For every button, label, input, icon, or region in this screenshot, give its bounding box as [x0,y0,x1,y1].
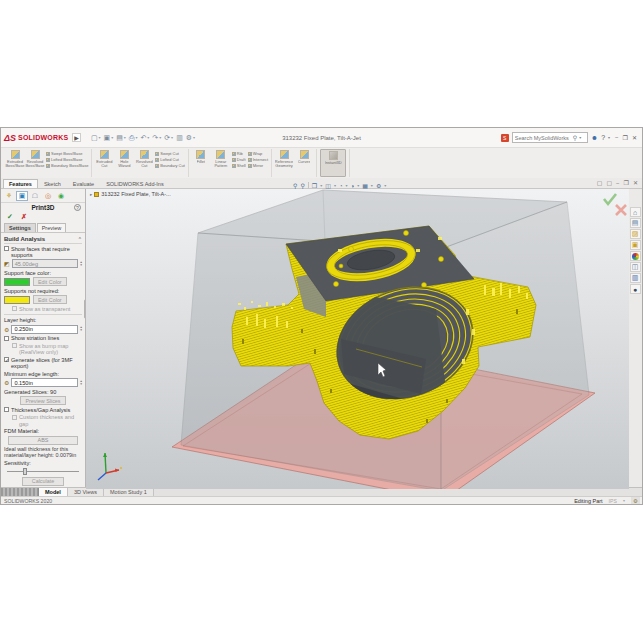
dimxpertmanager-tab[interactable]: ◎ [42,191,54,201]
doc-cascade-icon[interactable]: ▢ [597,180,603,187]
forum-icon[interactable]: ● [630,284,641,294]
resources-icon[interactable]: ▤ [630,218,641,228]
boundary-cut-button[interactable]: Boundary Cut [155,163,184,168]
tab-preview[interactable]: Preview [37,223,67,232]
search-caret-icon[interactable]: ▾ [579,135,581,140]
revolved-boss-base-button[interactable]: Revolved Boss/Base [26,149,44,177]
edit-color-button[interactable]: Edit Color [33,295,67,304]
spin-down-icon[interactable]: ▾ [80,329,82,332]
rib-button[interactable]: Rib [232,151,246,156]
view-orientation-icon[interactable]: ❒ [312,182,317,189]
viewport-feature-tree[interactable]: ▸ 313232 Fixed Plate, Tilt-A-... [90,191,171,197]
edit-color-button[interactable]: Edit Color [33,277,67,286]
tab-evaluate[interactable]: Evaluate [67,179,100,188]
display-style-icon[interactable]: ◫ [325,182,331,189]
extruded-boss-base-button[interactable]: Extruded Boss/Base [6,149,24,177]
boundary-boss-base-button[interactable]: Boundary Boss/Base [46,163,88,168]
status-units-caret-icon[interactable]: ▾ [623,498,625,503]
dropdown-caret-icon[interactable]: ▾ [124,135,126,140]
dropdown-caret-icon[interactable]: ▾ [320,183,322,188]
dropdown-caret-icon[interactable]: ▾ [357,183,359,188]
swept-cut-button[interactable]: Swept Cut [155,151,184,156]
menu-expand-arrow[interactable]: ▶ [72,133,81,142]
checkbox-box-icon[interactable] [4,336,9,341]
dropdown-caret-icon[interactable]: ▾ [371,183,373,188]
intersect-button[interactable]: Intersect [248,157,268,162]
checkbox-box-icon[interactable] [4,246,9,251]
lofted-cut-button[interactable]: Lofted Cut [155,157,184,162]
input-0-250in[interactable]: 0.250in [11,325,78,334]
tab-solidworks-add-ins[interactable]: SOLIDWORKS Add-Ins [100,179,169,188]
help-icon[interactable]: ? [74,204,81,211]
dropdown-caret-icon[interactable]: ▾ [346,183,348,188]
checkbox-box-icon[interactable] [12,415,17,420]
checkbox-show-striation-lines[interactable]: Show striation lines [4,335,82,341]
extruded-cut-button[interactable]: Extruded Cut [95,149,113,177]
file-explorer-icon[interactable]: ▣ [630,240,641,250]
undo-icon[interactable]: ↶▾ [140,134,149,142]
appearances-icon[interactable] [630,251,641,261]
dropdown-caret-icon[interactable]: ▾ [111,135,113,140]
home-icon[interactable]: ⌂ [630,207,641,217]
graphics-viewport[interactable]: ▸ 313232 Fixed Plate, Tilt-A-... [86,189,627,487]
tree-expand-icon[interactable]: ▸ [90,192,92,197]
dropdown-caret-icon[interactable]: ▾ [193,135,195,140]
featuremanager-tab[interactable]: ⚘ [3,191,15,201]
linear-pattern-button[interactable]: Linear Pattern [212,149,230,177]
doc-close-icon[interactable]: ✕ [633,180,638,187]
tree-part-name[interactable]: 313232 Fixed Plate, Tilt-A-... [101,191,170,197]
tab-model[interactable]: Model [39,488,68,496]
shell-button[interactable]: Shell [232,163,246,168]
checkbox-generate-slices-for-3mf-export[interactable]: ✓Generate slices (for 3MF export) [4,357,82,369]
scene-icon[interactable]: ▦ [362,182,368,189]
spinner-control[interactable]: ▴▾ [80,261,82,267]
view-settings-icon[interactable]: ⚙ [376,182,381,189]
spin-down-icon[interactable]: ▾ [80,264,82,267]
lofted-boss-base-button[interactable]: Lofted Boss/Base [46,157,88,162]
cancel-button[interactable]: ✗ [21,213,27,221]
tab-settings[interactable]: Settings [4,223,36,232]
help-menu[interactable]: ? [601,134,605,141]
rebuild-icon[interactable]: ⟳▾ [164,134,173,142]
dropdown-caret-icon[interactable]: ▾ [171,135,173,140]
file-properties-icon[interactable]: ▥ [176,134,183,142]
input-0-150in[interactable]: 0.150in [11,378,78,387]
checkbox-box-icon[interactable] [12,343,17,348]
save-icon[interactable]: ▤▾ [116,134,126,142]
input-45-00deg[interactable]: 45.00deg [12,259,79,268]
doc-minimize-icon[interactable]: − [616,180,620,187]
search-icon[interactable]: ⚲ [573,134,577,141]
sensitivity-slider[interactable] [7,467,79,475]
instant3d-button[interactable]: Instant3D [320,149,346,177]
status-options-icon[interactable]: ⚙ [631,497,640,504]
revolved-cut-button[interactable]: Revolved Cut [135,149,153,177]
view-palette-icon[interactable]: ◫ [630,262,641,272]
ok-button[interactable]: ✓ [7,213,13,221]
new-icon[interactable]: ▢▾ [91,134,101,142]
mirror-button[interactable]: Mirror [248,163,268,168]
options-icon[interactable]: ⚙▾ [186,134,195,142]
dropdown-caret-icon[interactable]: ▾ [147,135,149,140]
minimize-button[interactable]: − [613,134,621,141]
swept-boss-base-button[interactable]: Swept Boss/Base [46,151,88,156]
displaymanager-tab[interactable]: ◉ [55,191,67,201]
appearance-icon[interactable]: ◑ [351,183,355,189]
open-icon[interactable]: ▣▾ [104,134,114,142]
preview-slices-button[interactable]: Preview Slices [20,396,65,405]
user-icon[interactable]: ☻ [591,134,598,141]
collapse-chevron-icon[interactable]: ⌃ [78,236,82,242]
dropdown-caret-icon[interactable]: ▾ [135,135,137,140]
dropdown-caret-icon[interactable]: ▾ [334,183,336,188]
close-button[interactable]: ✕ [630,134,639,141]
tab-sketch[interactable]: Sketch [38,179,67,188]
tab-3d-views[interactable]: 3D Views [68,488,104,496]
checkbox-box-icon[interactable] [12,306,17,311]
propertymanager-tab[interactable]: ▣ [16,191,28,201]
checkbox-box-icon[interactable] [4,407,9,412]
checkbox-thickness-gap-analysis[interactable]: Thickness/Gap Analysis [4,407,82,413]
dropdown-caret-icon[interactable]: ▾ [384,183,386,188]
calculate-button[interactable]: Calculate [22,477,64,486]
checkbox-show-as-transparent[interactable]: Show as transparent [12,306,82,312]
checkbox-custom-thickness-and-gap[interactable]: Custom thickness and gap [12,414,82,426]
reference-geometry-button[interactable]: Reference Geometry [275,149,293,177]
